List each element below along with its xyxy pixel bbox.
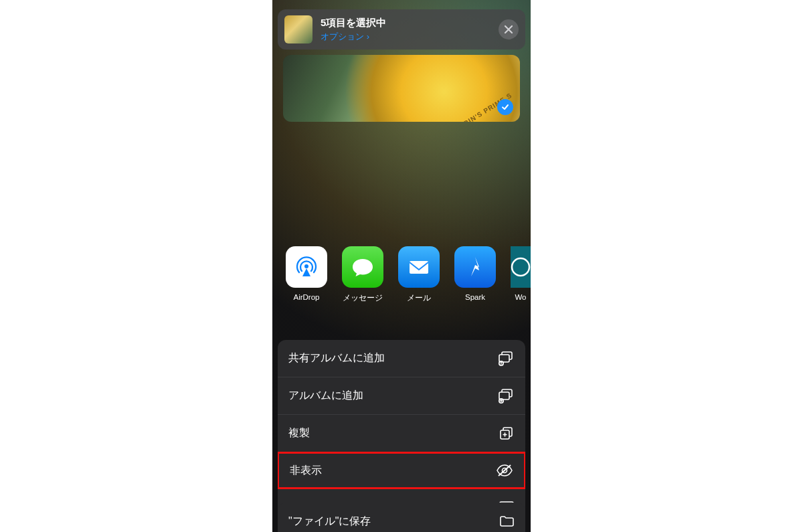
app-mail[interactable]: メール [398, 246, 440, 320]
selected-photo-preview[interactable]: KIRIN'S PRIME S [283, 55, 520, 122]
actions-list-2: "ファイル"に保存 [278, 503, 525, 532]
action-add-album[interactable]: アルバムに追加 [278, 377, 525, 415]
action-label: "ファイル"に保存 [288, 515, 371, 529]
action-label: アルバムに追加 [288, 389, 363, 403]
action-label: 複製 [288, 426, 310, 440]
add-shared-album-icon [497, 351, 515, 367]
duplicate-icon [499, 426, 515, 442]
action-save-to-files[interactable]: "ファイル"に保存 [278, 503, 525, 532]
spark-icon [454, 246, 496, 288]
action-hide[interactable]: 非表示 [278, 452, 525, 489]
app-label: AirDrop [294, 293, 320, 301]
airdrop-icon [286, 246, 327, 288]
messages-icon [342, 246, 383, 288]
hide-icon [496, 464, 513, 477]
app-label: Spark [465, 293, 485, 301]
checkmark-icon [501, 102, 510, 112]
action-label: 共有アルバムに追加 [288, 351, 385, 365]
close-button[interactable] [499, 19, 519, 39]
selection-thumbnail [284, 15, 313, 43]
selection-count-label: 5項目を選択中 [321, 17, 490, 29]
share-sheet-screen: 5項目を選択中 オプション › KIRIN'S PRIME S [272, 0, 531, 532]
options-link[interactable]: オプション › [321, 31, 490, 43]
selection-check-badge [497, 99, 513, 115]
app-partial[interactable]: Wo [511, 246, 531, 320]
add-album-icon [497, 388, 515, 404]
svg-point-2 [512, 258, 529, 276]
app-messages[interactable]: メッセージ [342, 246, 383, 320]
share-apps-row[interactable]: AirDrop メッセージ メール Spark Wo [272, 246, 531, 320]
folder-icon [499, 515, 515, 528]
app-spark[interactable]: Spark [454, 246, 496, 320]
svg-point-6 [501, 361, 502, 363]
app-airdrop[interactable]: AirDrop [286, 246, 327, 320]
app-label: メッセージ [343, 293, 383, 303]
action-duplicate[interactable]: 複製 [278, 415, 525, 452]
actions-list: 共有アルバムに追加 アルバムに追加 複製 非表示 スライドショー [278, 340, 525, 526]
close-icon [504, 25, 513, 34]
app-label: Wo [511, 293, 531, 301]
header-text: 5項目を選択中 オプション › [321, 17, 490, 43]
svg-point-0 [304, 264, 308, 268]
chevron-right-icon: › [367, 31, 369, 41]
action-add-shared-album[interactable]: 共有アルバムに追加 [278, 340, 525, 377]
action-label: 非表示 [290, 464, 322, 478]
app-partial-icon [511, 246, 531, 288]
app-label: メール [407, 293, 431, 303]
selection-header: 5項目を選択中 オプション › [278, 9, 525, 50]
mail-icon [398, 246, 440, 288]
svg-rect-1 [410, 261, 428, 274]
